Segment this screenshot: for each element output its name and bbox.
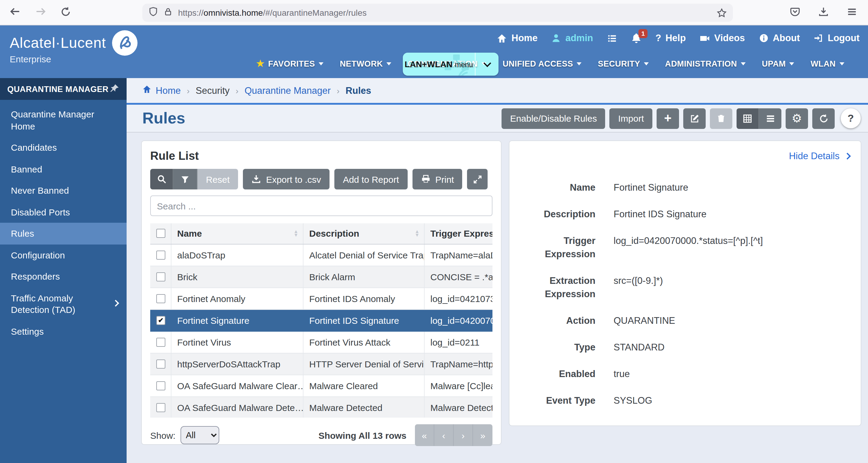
row-checkbox[interactable]	[156, 294, 165, 303]
edit-rule-button[interactable]	[683, 108, 706, 129]
chevron-down-icon	[741, 62, 745, 65]
nav-unified-access[interactable]: UNIFIED ACCESS	[502, 59, 582, 68]
task-list-icon[interactable]	[607, 33, 617, 43]
select-all-checkbox[interactable]	[156, 229, 165, 238]
row-checkbox[interactable]	[156, 272, 165, 281]
sidebar-item-responders[interactable]: Responders	[0, 266, 127, 287]
hide-details-link[interactable]: Hide Details	[789, 151, 850, 162]
table-row-fortinet-anomaly[interactable]: Fortinet AnomalyFortinet IDS Anomalylog_…	[150, 288, 492, 309]
browser-refresh-icon[interactable]	[61, 6, 71, 19]
view-toggle-group	[737, 108, 781, 129]
pagination-first-button[interactable]: «	[415, 424, 434, 446]
menu-hamburger-icon[interactable]	[847, 6, 857, 19]
sidebar-item-disabled-ports[interactable]: Disabled Ports	[0, 201, 127, 223]
bookmark-star-icon[interactable]	[717, 7, 727, 18]
table-row-httpserverdosattacktrap[interactable]: httpServerDoSAttackTrapHTTP Server Denia…	[150, 353, 492, 375]
column-header-trigger-expression[interactable]: Trigger Expression▲▼	[424, 223, 492, 244]
detail-value: QUARANTINE	[614, 314, 675, 327]
filter-button[interactable]	[173, 169, 197, 190]
sort-arrows-icon[interactable]: ▲▼	[414, 230, 420, 237]
pagination-prev-button[interactable]: ‹	[434, 424, 454, 446]
videos-link[interactable]: Videos	[700, 33, 745, 43]
table-row-oa-safeguard-malware-dete[interactable]: OA SafeGuard Malware Dete…Malware Detect…	[150, 396, 492, 418]
row-checkbox[interactable]: ✔	[156, 316, 165, 325]
table-row-fortinet-virus[interactable]: Fortinet VirusFortinet Virus Attacklog_i…	[150, 331, 492, 353]
breadcrumb-label: Quarantine Manager	[244, 85, 331, 96]
shield-icon[interactable]	[148, 7, 158, 19]
nav-administration[interactable]: ADMINISTRATION	[665, 59, 746, 68]
sidebar-item-label: Never Banned	[11, 185, 69, 196]
logout-link[interactable]: Logout	[814, 33, 860, 43]
download-icon[interactable]	[818, 6, 829, 19]
row-checkbox-cell	[150, 266, 171, 288]
reset-button[interactable]: Reset	[197, 169, 238, 190]
nav-label: UNIFIED ACCESS	[502, 59, 573, 68]
column-header-name[interactable]: Name▲▼	[171, 223, 303, 244]
sort-arrows-icon[interactable]: ▲▼	[293, 230, 298, 237]
row-checkbox[interactable]	[156, 250, 165, 259]
import-button[interactable]: Import	[610, 108, 652, 129]
pagination-last-button[interactable]: »	[473, 424, 492, 446]
sidebar-item-banned[interactable]: Banned	[0, 158, 127, 180]
search-button[interactable]	[150, 169, 173, 190]
lan-wlan-menu-button[interactable]: LAN+WLANmenu	[403, 53, 498, 76]
row-checkbox[interactable]	[156, 337, 165, 346]
nav-security[interactable]: SECURITY	[598, 59, 649, 68]
add-to-report-button[interactable]: Add to Report	[334, 169, 407, 190]
cell-trigger: log_id=0420070000	[424, 309, 492, 331]
help-link[interactable]: ?Help	[655, 33, 686, 43]
table-view-button[interactable]	[737, 108, 759, 129]
home-link[interactable]: Home	[497, 33, 537, 43]
refresh-button[interactable]	[812, 108, 835, 129]
pagination-next-button[interactable]: ›	[454, 424, 473, 446]
sidebar-item-settings[interactable]: Settings	[0, 321, 127, 342]
table-row-fortinet-signature[interactable]: ✔Fortinet SignatureFortinet IDS Signatur…	[150, 309, 492, 331]
nav-network[interactable]: NETWORK	[340, 59, 391, 68]
row-checkbox[interactable]	[156, 381, 165, 390]
lock-icon[interactable]	[163, 7, 173, 19]
breadcrumb-home[interactable]: Home	[142, 85, 181, 96]
sidebar-item-traffic-anomaly-detection-tad[interactable]: Traffic Anomaly Detection (TAD)	[0, 287, 127, 321]
export-csv-button[interactable]: Export to .csv	[243, 169, 330, 190]
sidebar-item-candidates[interactable]: Candidates	[0, 137, 127, 158]
sidebar-item-configuration[interactable]: Configuration	[0, 244, 127, 266]
row-checkbox-cell	[150, 288, 171, 309]
enable-disable-rules-button[interactable]: Enable/Disable Rules	[501, 108, 606, 129]
settings-gear-button[interactable]: ⚙	[786, 108, 808, 129]
nav-upam[interactable]: UPAM	[762, 59, 794, 68]
delete-rule-button[interactable]	[710, 108, 732, 129]
search-input[interactable]	[150, 196, 492, 216]
row-checkbox-cell	[150, 353, 171, 375]
header-checkbox-cell	[150, 223, 171, 244]
breadcrumb-quarantine-manager[interactable]: Quarantine Manager	[244, 85, 331, 96]
help-circle-button[interactable]: ?	[841, 108, 861, 128]
row-checkbox[interactable]	[156, 359, 165, 368]
pocket-icon[interactable]	[790, 6, 800, 19]
admin-user-link[interactable]: admin	[552, 33, 593, 43]
print-button[interactable]: Print	[412, 169, 462, 190]
browser-back-icon[interactable]	[10, 6, 21, 20]
sidebar-item-never-banned[interactable]: Never Banned	[0, 180, 127, 201]
brand-sub: Enterprise	[10, 54, 137, 64]
page-size-select[interactable]: All	[180, 426, 219, 444]
sidebar-item-rules[interactable]: Rules	[0, 223, 127, 244]
sidebar-item-quarantine-manager-home[interactable]: Quarantine Manager Home	[0, 103, 127, 137]
list-view-button[interactable]	[759, 108, 781, 129]
add-rule-button[interactable]: +	[657, 108, 679, 129]
nav-wlan[interactable]: WLAN	[810, 59, 844, 68]
detail-row-trigger-expression: Trigger Expressionlog_id=0420070000.*sta…	[518, 234, 852, 261]
detail-label: Enabled	[518, 367, 595, 381]
expand-button[interactable]	[467, 169, 488, 190]
row-checkbox[interactable]	[156, 403, 165, 412]
table-row-brick[interactable]: BrickBrick AlarmCONCISE = .*alarm c	[150, 266, 492, 288]
table-body: alaDoSTrapAlcatel Denial of Service Trap…	[150, 244, 492, 418]
notifications-bell-icon[interactable]: 1	[631, 33, 642, 43]
nav-favorites[interactable]: ★FAVORITES	[256, 58, 323, 69]
about-link[interactable]: About	[759, 33, 800, 43]
table-row-oa-safeguard-malware-clear[interactable]: OA SafeGuard Malware Clear…Malware Clear…	[150, 375, 492, 396]
column-header-description[interactable]: Description▲▼	[303, 223, 424, 244]
address-bar[interactable]: https://omnivista.home/#/quarantineManag…	[142, 4, 733, 22]
pin-icon[interactable]	[110, 83, 119, 95]
browser-forward-icon[interactable]	[35, 6, 46, 20]
table-row-aladostrap[interactable]: alaDoSTrapAlcatel Denial of Service Trap…	[150, 244, 492, 266]
